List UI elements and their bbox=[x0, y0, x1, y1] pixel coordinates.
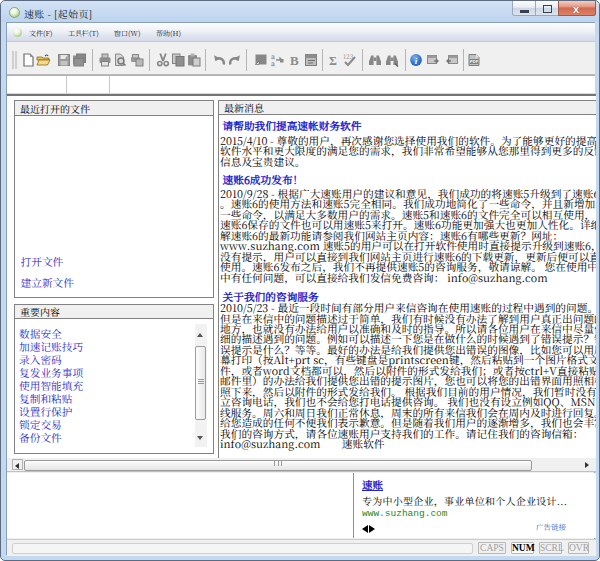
svg-text:a: a bbox=[271, 58, 276, 67]
svg-text:PDF: PDF bbox=[470, 59, 479, 64]
svg-text:B: B bbox=[290, 53, 299, 67]
svg-text:Σ: Σ bbox=[329, 54, 337, 67]
